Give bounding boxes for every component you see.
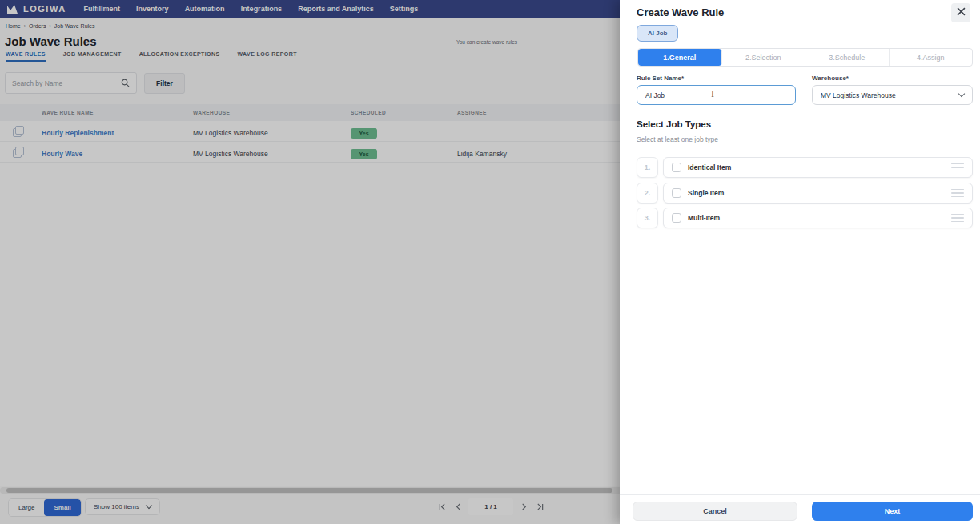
create-wave-rule-panel: Create Wave Rule AI Job 1.General 2.Sele… <box>620 0 980 524</box>
ai-job-chip[interactable]: AI Job <box>637 25 678 42</box>
job-type-label: Single Item <box>688 189 945 197</box>
job-type-row-identical-item: 1. Identical Item <box>637 157 973 178</box>
select-job-types-subheading: Select at least one job type <box>637 135 718 143</box>
next-button[interactable]: Next <box>812 502 973 521</box>
job-type-order: 1. <box>637 157 658 178</box>
job-type-label: Multi-Item <box>688 214 945 222</box>
close-button[interactable] <box>951 3 970 22</box>
job-type-row-multi-item: 3. Multi-Item <box>637 208 973 228</box>
drag-handle-icon[interactable] <box>951 163 964 172</box>
warehouse-select[interactable]: MV Logistics Warehouse <box>812 85 973 105</box>
step-assign[interactable]: 4.Assign <box>890 49 973 66</box>
job-type-card[interactable]: Multi-Item <box>663 208 973 228</box>
step-general[interactable]: 1.General <box>638 49 722 66</box>
panel-title: Create Wave Rule <box>637 6 724 18</box>
select-job-types-heading: Select Job Types <box>637 119 711 129</box>
rule-set-name-input[interactable] <box>637 85 796 105</box>
job-type-checkbox[interactable] <box>672 213 681 223</box>
job-type-card[interactable]: Identical Item <box>663 157 973 178</box>
chevron-down-icon <box>958 91 965 97</box>
app-root: LOGIWA Fulfillment Inventory Automation … <box>0 0 980 524</box>
step-schedule[interactable]: 3.Schedule <box>805 49 890 66</box>
job-type-checkbox[interactable] <box>672 188 681 198</box>
cancel-button[interactable]: Cancel <box>633 502 797 521</box>
panel-footer-divider <box>620 494 980 495</box>
job-type-checkbox[interactable] <box>672 163 681 172</box>
warehouse-label: Warehouse* <box>812 75 849 82</box>
drag-handle-icon[interactable] <box>951 214 964 223</box>
step-selection[interactable]: 2.Selection <box>722 49 806 66</box>
warehouse-selected-value: MV Logistics Warehouse <box>821 91 896 99</box>
rule-set-name-label: Rule Set Name* <box>637 75 684 82</box>
job-type-label: Identical Item <box>688 163 945 171</box>
drag-handle-icon[interactable] <box>951 189 964 198</box>
wizard-steps: 1.General 2.Selection 3.Schedule 4.Assig… <box>637 48 973 67</box>
job-type-row-single-item: 2. Single Item <box>637 183 973 204</box>
close-icon <box>957 7 966 16</box>
job-type-order: 3. <box>637 208 658 228</box>
job-type-order: 2. <box>637 183 658 204</box>
job-type-card[interactable]: Single Item <box>663 183 973 204</box>
